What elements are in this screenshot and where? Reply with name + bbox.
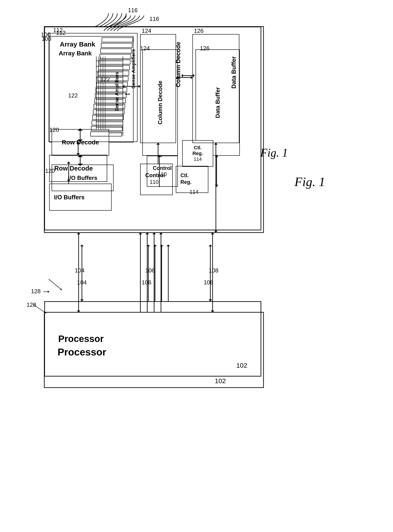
svg-text:122: 122	[68, 92, 78, 99]
svg-text:104: 104	[75, 267, 84, 274]
svg-line-139	[33, 305, 46, 313]
svg-rect-82	[140, 34, 176, 143]
svg-text:Sense Amplifiers: Sense Amplifiers	[131, 49, 136, 89]
svg-text:Control: Control	[145, 172, 165, 178]
svg-rect-63	[99, 60, 130, 64]
svg-text:Data Buffer: Data Buffer	[231, 56, 237, 89]
svg-marker-95	[76, 142, 80, 143]
svg-rect-60	[101, 43, 132, 48]
svg-text:Processor: Processor	[58, 346, 106, 358]
svg-rect-76	[91, 132, 122, 136]
svg-rect-65	[98, 71, 129, 75]
svg-marker-102	[67, 180, 70, 182]
svg-marker-111	[156, 143, 160, 145]
svg-rect-73	[93, 115, 123, 120]
svg-text:114: 114	[190, 189, 198, 195]
svg-text:128: 128	[27, 301, 36, 308]
svg-rect-62	[100, 54, 131, 59]
svg-rect-59	[102, 38, 133, 42]
svg-text:Reg.: Reg.	[181, 179, 192, 185]
svg-text:Fig. 1: Fig. 1	[294, 175, 325, 189]
svg-rect-71	[94, 104, 125, 108]
svg-rect-72	[93, 110, 124, 114]
svg-rect-66	[97, 76, 128, 81]
svg-rect-67	[97, 82, 128, 86]
svg-rect-75	[91, 126, 122, 131]
svg-text:Ctl.: Ctl.	[181, 172, 189, 178]
svg-text:Row Decode: Row Decode	[54, 165, 93, 172]
svg-marker-101	[67, 162, 70, 163]
diagram-svg: Array Bank Sense Amplifiers 122 Column D…	[0, 0, 393, 532]
svg-rect-70	[94, 99, 126, 103]
svg-text:110: 110	[150, 179, 158, 185]
svg-rect-69	[95, 93, 126, 98]
svg-marker-80	[139, 85, 140, 88]
svg-text:116: 116	[128, 7, 138, 14]
svg-text:Array Bank: Array Bank	[60, 40, 95, 48]
svg-marker-136	[214, 143, 218, 145]
svg-rect-61	[101, 49, 132, 53]
svg-text:106: 106	[145, 267, 155, 274]
svg-text:112: 112	[53, 27, 63, 34]
svg-rect-74	[92, 121, 123, 125]
svg-text:126: 126	[194, 27, 203, 34]
svg-text:100: 100	[41, 31, 50, 38]
svg-text:102: 102	[215, 377, 226, 384]
svg-rect-64	[98, 65, 129, 70]
svg-text:120: 120	[45, 167, 55, 174]
svg-text:Column Decode: Column Decode	[175, 42, 182, 87]
svg-text:I/O Buffers: I/O Buffers	[54, 194, 85, 201]
svg-text:124: 124	[142, 27, 151, 34]
svg-marker-96	[76, 153, 80, 155]
svg-rect-68	[96, 88, 127, 92]
svg-text:108: 108	[209, 267, 218, 274]
svg-marker-89	[191, 76, 193, 79]
